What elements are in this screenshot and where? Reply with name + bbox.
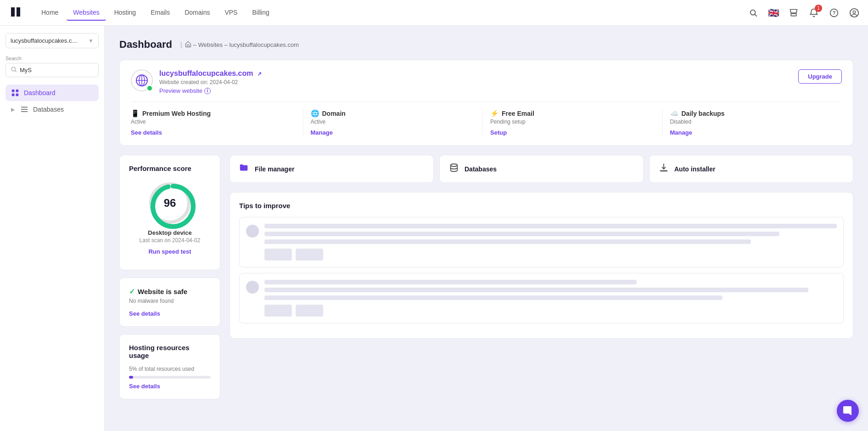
stat-backup-link[interactable]: Manage [670,129,692,136]
sidebar-item-databases[interactable]: ▶ Databases [6,101,99,118]
stat-email-status: Pending setup [490,119,655,125]
svg-rect-0 [7,4,24,20]
databases-button[interactable]: Databases [439,155,644,183]
stat-email-link[interactable]: Setup [490,129,507,136]
list-icon [20,105,28,113]
nav-emails[interactable]: Emails [144,5,176,21]
email-icon: ⚡ [490,109,499,118]
chevron-down-icon: ▼ [88,38,94,44]
website-info: lucysbuffalocupcakes.com ↗ Website creat… [131,69,262,94]
svg-rect-10 [12,90,15,92]
tip-buttons [264,249,837,261]
security-title: ✓ Website is safe [129,287,211,296]
stat-hosting-status: Active [131,119,296,125]
website-domain[interactable]: lucysbuffalocupcakes.com ↗ [159,69,262,78]
notifications-icon[interactable]: 1 [807,6,820,19]
svg-point-23 [451,164,458,167]
page-title: Dashboard [119,39,172,51]
auto-installer-button[interactable]: Auto installer [649,155,853,183]
svg-rect-3 [791,13,796,16]
topnav-right: 🇬🇧 1 ? [747,6,861,19]
tip-lines-1 [264,224,837,261]
stat-domain-link[interactable]: Manage [311,129,333,136]
security-subtitle: No malware found [129,298,211,304]
preview-website-link[interactable]: Preview website i [159,87,262,94]
website-details: lucysbuffalocupcakes.com ↗ Website creat… [159,69,262,94]
chat-button[interactable] [837,400,859,422]
tip-loading-1 [246,224,837,261]
file-manager-button[interactable]: File manager [230,155,434,183]
svg-rect-16 [21,111,28,112]
tip-line [264,239,751,244]
svg-rect-24 [660,170,668,172]
svg-line-2 [755,14,756,16]
search-icon[interactable] [747,6,760,19]
tip-line [264,288,808,292]
stat-domain-label: 🌐 Domain [311,109,476,118]
sidebar: lucysbuffalocupcakes.co... ▼ Search Dash… [0,26,105,431]
breadcrumb-path-text: Websites – lucysbuffalocupcakes.com [198,41,299,48]
download-icon [659,163,669,175]
sidebar-item-dashboard[interactable]: Dashboard [6,85,99,101]
security-card: ✓ Website is safe No malware found See d… [119,278,220,327]
nav-websites[interactable]: Websites [67,5,106,21]
logo[interactable] [7,4,24,22]
svg-rect-14 [21,107,28,108]
db-icon [449,163,459,175]
help-icon[interactable]: ? [828,6,840,19]
file-manager-label: File manager [255,165,294,173]
flag-icon[interactable]: 🇬🇧 [767,6,780,19]
checkmark-icon: ✓ [129,287,135,296]
stat-hosting-link[interactable]: See details [131,129,162,136]
stat-backup-label: ☁️ Daily backups [670,109,835,118]
stat-email: ⚡ Free Email Pending setup Setup [482,109,662,136]
databases-label: Databases [465,165,497,173]
performance-device: Desktop device [148,229,191,236]
progress-bar [129,376,133,379]
svg-text:?: ? [833,10,836,16]
tip-item-2 [239,273,844,323]
breadcrumb-path: – Websites – lucysbuffalocupcakes.com [185,41,299,49]
performance-title: Performance score [129,164,211,172]
website-created: Website created on: 2024-04-02 [159,79,262,85]
account-name: lucysbuffalocupcakes.co... [11,37,79,44]
tip-btn-placeholder [296,249,323,261]
nav-domains[interactable]: Domains [178,5,216,21]
run-speed-test-link[interactable]: Run speed test [148,248,191,255]
sidebar-item-label-dashboard: Dashboard [24,89,56,96]
search-icon [11,66,17,74]
search-input[interactable] [20,67,97,74]
grid-icon [11,89,19,97]
hosting-resources-link[interactable]: See details [129,383,160,390]
security-link[interactable]: See details [129,310,160,317]
external-link-icon: ↗ [257,71,262,77]
tip-avatar-2 [246,281,259,294]
tip-item-1 [239,217,844,267]
store-icon[interactable] [787,6,800,19]
nav-billing[interactable]: Billing [246,5,275,21]
tip-btn-placeholder [264,249,292,261]
nav-vps[interactable]: VPS [218,5,244,21]
website-logo [131,69,153,91]
tip-avatar-1 [246,225,259,238]
globe-icon: 🌐 [311,109,319,118]
website-card-top: lucysbuffalocupcakes.com ↗ Website creat… [131,69,842,94]
account-selector[interactable]: lucysbuffalocupcakes.co... ▼ [6,33,99,48]
nav-hosting[interactable]: Hosting [108,5,142,21]
home-icon[interactable] [185,41,191,49]
layout: lucysbuffalocupcakes.co... ▼ Search Dash… [0,26,868,431]
svg-rect-11 [16,90,19,92]
profile-icon[interactable] [848,6,861,19]
info-icon: i [204,88,211,94]
hosting-resources-card: Hosting resources usage 5% of total reso… [119,334,220,399]
stat-backup: ☁️ Daily backups Disabled Manage [662,109,842,136]
expand-icon: ▶ [11,107,15,113]
upgrade-button[interactable]: Upgrade [798,69,842,84]
tip-btn-placeholder [264,305,292,317]
main-content: Dashboard | – Websites – lucysbuffalocup… [105,26,868,431]
phone-icon: 📱 [131,109,140,118]
nav-home[interactable]: Home [35,5,65,21]
performance-circle: 96 [149,182,190,224]
svg-rect-15 [21,109,28,110]
breadcrumb: Dashboard | – Websites – lucysbuffalocup… [119,39,853,51]
